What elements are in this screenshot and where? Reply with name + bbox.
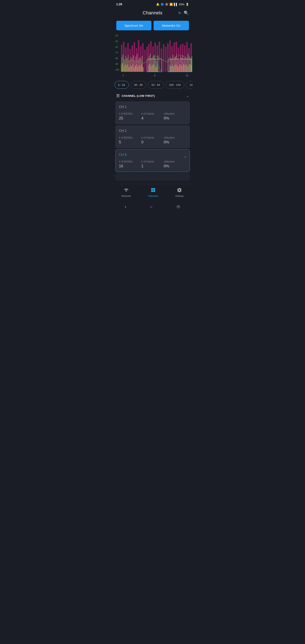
- svg-rect-136: [151, 190, 153, 192]
- bssids-value-ch2: 5: [119, 140, 142, 144]
- channel-stat-util-ch6: Utilization 0%: [164, 160, 186, 168]
- util-value-ch2: 0%: [164, 140, 186, 144]
- channel-tab-100-144[interactable]: 100 - 144: [166, 81, 184, 89]
- settings-icon: [177, 188, 182, 194]
- system-nav: ‹ ○ ⦿: [113, 200, 192, 214]
- channel-stat-bssids-ch6: # of BSSIDs 16: [119, 160, 142, 168]
- svg-rect-105: [142, 43, 144, 72]
- clients-label-ch6: # of Clients: [141, 160, 164, 163]
- toggle-row: Spectrum On Networks On: [113, 19, 192, 34]
- refresh-icon[interactable]: ↻: [178, 11, 181, 15]
- util-label-ch1: Utilization: [164, 112, 186, 115]
- svg-rect-100: [132, 45, 133, 72]
- svg-rect-101: [134, 42, 135, 72]
- svg-rect-97: [125, 48, 127, 72]
- util-label-ch6: Utilization: [164, 160, 186, 163]
- channel-stats-ch2: # of BSSIDs 5 # of Clients 0 Utilization…: [119, 136, 186, 144]
- spectrum-toggle-button[interactable]: Spectrum On: [116, 21, 152, 30]
- svg-rect-106: [144, 50, 146, 72]
- status-icons: 🔔 🔵 🔇 📶 ▌▌ 83% 🔋: [156, 3, 189, 6]
- spectrum-chart: -40 -50 -60 -70 -80 -90 -100: [114, 34, 190, 78]
- channel-card-ch6[interactable]: CH 6 › # of BSSIDs 16 # of Clients 1 Uti…: [116, 149, 190, 172]
- svg-rect-129: [151, 68, 152, 72]
- svg-rect-137: [153, 190, 155, 192]
- svg-rect-125: [184, 45, 186, 72]
- back-button[interactable]: ‹: [120, 202, 131, 211]
- channel-stat-clients-ch6: # of Clients 1: [141, 160, 164, 168]
- channel-title-ch1: CH 1: [119, 105, 186, 109]
- channel-tab-1-11[interactable]: 1 - 11: [114, 81, 129, 89]
- wifi-icon: [124, 188, 129, 194]
- svg-rect-98: [127, 43, 129, 72]
- channel-tab-52-64[interactable]: 52 - 64: [148, 81, 164, 89]
- channel-stat-bssids-ch2: # of BSSIDs 5: [119, 136, 142, 144]
- channel-stat-clients-ch2: # of Clients 0: [141, 136, 164, 144]
- status-bar: 1:29 🔔 🔵 🔇 📶 ▌▌ 83% 🔋: [113, 0, 192, 8]
- bssids-value-ch6: 16: [119, 164, 142, 168]
- svg-rect-103: [138, 40, 139, 72]
- svg-rect-134: [151, 188, 153, 190]
- channel-title-ch2: CH 2: [119, 129, 186, 133]
- svg-rect-111: [154, 42, 156, 72]
- bssids-value-ch1: 25: [119, 116, 142, 120]
- svg-rect-135: [153, 188, 155, 190]
- sort-chevron-icon: ⌄: [186, 94, 189, 98]
- nav-item-networks[interactable]: Networks: [118, 187, 134, 198]
- channel-stats-ch1: # of BSSIDs 25 # of Clients 4 Utilizatio…: [119, 112, 186, 120]
- channel-stat-util-ch2: Utilization 0%: [164, 136, 186, 144]
- channel-stat-clients-ch1: # of Clients 4: [141, 112, 164, 120]
- svg-rect-128: [190, 43, 192, 72]
- bssids-label-ch1: # of BSSIDs: [119, 112, 142, 115]
- sort-label: CHANNEL (LOW FIRST): [122, 94, 184, 98]
- top-bar: Channels ↻ 🔍: [113, 8, 192, 19]
- svg-rect-118: [169, 40, 171, 72]
- svg-rect-112: [156, 45, 158, 72]
- svg-rect-117: [167, 43, 168, 72]
- home-button[interactable]: ○: [145, 203, 158, 211]
- clients-value-ch2: 0: [141, 140, 164, 144]
- channels-icon: [150, 188, 156, 194]
- svg-rect-115: [163, 44, 164, 72]
- chart-svg: [120, 34, 190, 74]
- svg-rect-127: [188, 48, 190, 72]
- channel-card-ch2: CH 2 # of BSSIDs 5 # of Clients 0 Utiliz…: [116, 126, 190, 148]
- nav-item-settings[interactable]: Settings: [172, 187, 187, 198]
- clients-value-ch1: 4: [141, 116, 164, 120]
- svg-rect-114: [161, 48, 162, 72]
- util-value-ch6: 0%: [164, 164, 186, 168]
- svg-rect-123: [180, 45, 181, 72]
- svg-rect-124: [182, 44, 184, 72]
- top-bar-actions: ↻ 🔍: [178, 10, 189, 16]
- bssids-label-ch2: # of BSSIDs: [119, 136, 142, 139]
- nav-item-channels[interactable]: Channels: [145, 187, 162, 198]
- sort-row[interactable]: ☰ CHANNEL (LOW FIRST) ⌄: [113, 91, 192, 100]
- channel-tab-149-16[interactable]: 149 - 16: [186, 81, 192, 89]
- channel-chevron-icon-ch6: ›: [185, 154, 186, 159]
- channel-stat-bssids-ch1: # of BSSIDs 25: [119, 112, 142, 120]
- chart-x-labels: 1 6 11: [120, 74, 190, 77]
- svg-rect-95: [121, 45, 122, 72]
- channel-tab-36-48[interactable]: 36 - 48: [130, 81, 146, 89]
- util-value-ch1: 0%: [164, 116, 186, 120]
- page-title: Channels: [143, 10, 162, 16]
- bssids-label-ch6: # of BSSIDs: [119, 160, 142, 163]
- channel-title-ch6: CH 6: [119, 153, 127, 157]
- status-time: 1:29: [116, 2, 122, 6]
- channel-stats-ch6: # of BSSIDs 16 # of Clients 1 Utilizatio…: [119, 160, 186, 168]
- channel-card-ch1: CH 1 # of BSSIDs 25 # of Clients 4 Utili…: [116, 102, 190, 124]
- clients-label-ch2: # of Clients: [141, 136, 164, 139]
- svg-rect-104: [140, 46, 142, 72]
- svg-rect-96: [123, 42, 124, 72]
- search-icon[interactable]: 🔍: [184, 10, 189, 16]
- nav-label-networks: Networks: [121, 195, 131, 197]
- channel-tabs: 1 - 11 36 - 48 52 - 64 100 - 144 149 - 1…: [113, 78, 192, 91]
- svg-rect-102: [136, 48, 137, 72]
- svg-rect-99: [130, 49, 131, 72]
- svg-rect-120: [174, 42, 175, 72]
- svg-rect-108: [148, 44, 150, 72]
- channel-stat-util-ch1: Utilization 0%: [164, 112, 186, 120]
- bottom-nav: Networks Channels Settings: [113, 184, 192, 200]
- util-label-ch2: Utilization: [164, 136, 186, 139]
- networks-toggle-button[interactable]: Networks On: [154, 21, 189, 30]
- menu-button[interactable]: ⦿: [171, 203, 185, 211]
